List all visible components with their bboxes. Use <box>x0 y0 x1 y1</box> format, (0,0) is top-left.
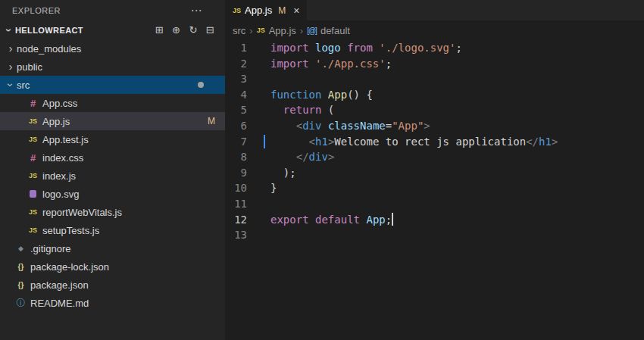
file-label: index.js <box>42 170 76 182</box>
file-label: reportWebVitals.js <box>42 207 122 218</box>
breadcrumb-item-app-js[interactable]: JSApp.js <box>257 25 296 36</box>
line-number: 3 <box>225 71 260 87</box>
line-number: 6 <box>225 118 260 134</box>
breadcrumb-item-src[interactable]: src <box>233 25 245 36</box>
js-file-icon: JS <box>27 136 39 143</box>
file-label: node_modules <box>17 43 81 55</box>
git-file-icon: ◆ <box>15 245 27 252</box>
file-label: App.css <box>42 98 77 109</box>
code-line-3[interactable]: 3 <box>225 71 644 87</box>
line-content: ); <box>260 165 296 181</box>
tree-item-app-css[interactable]: #App.css <box>0 94 225 112</box>
line-content: export default App; <box>260 212 393 228</box>
code-line-9[interactable]: 9 ); <box>225 165 644 181</box>
code-line-8[interactable]: 8 </div> <box>225 149 644 165</box>
refresh-icon[interactable]: ↻ <box>189 24 197 36</box>
line-content <box>260 196 270 212</box>
code-line-1[interactable]: 1import logo from './logo.svg'; <box>225 40 644 56</box>
explorer-sidebar: EXPLORER ⋯ › HELLOWREACT ⊞⊕↻⊟ ›node_modu… <box>0 0 225 340</box>
line-number: 5 <box>225 102 260 118</box>
new-folder-icon[interactable]: ⊕ <box>172 24 180 36</box>
file-label: .gitignore <box>30 243 70 254</box>
js-icon: JS <box>233 7 241 14</box>
breadcrumb-separator: › <box>249 25 252 36</box>
code-line-10[interactable]: 10} <box>225 180 644 196</box>
code-line-13[interactable]: 13 <box>225 227 644 243</box>
code-line-4[interactable]: 4function App() { <box>225 87 644 103</box>
code-line-2[interactable]: 2import './App.css'; <box>225 56 644 72</box>
tab-label: App.js <box>245 5 272 16</box>
json-file-icon: {} <box>15 263 27 271</box>
js-file-icon: JS <box>27 172 39 179</box>
json-file-icon: {} <box>15 281 27 289</box>
tree-item-src[interactable]: ›src <box>0 76 225 94</box>
tab-app-js[interactable]: JS App.js M × <box>225 0 307 20</box>
line-content: } <box>260 180 277 196</box>
js-file-icon: JS <box>27 208 39 216</box>
breadcrumb: src›JSApp.js›[@]default <box>225 20 644 40</box>
code-line-6[interactable]: 6 <div className="App"> <box>225 118 644 134</box>
code-editor[interactable]: 1import logo from './logo.svg';2import '… <box>225 40 644 340</box>
tree-item-setuptests-js[interactable]: JSsetupTests.js <box>0 221 225 239</box>
modified-badge: M <box>278 5 286 16</box>
line-content <box>260 71 270 87</box>
file-label: setupTests.js <box>42 225 99 236</box>
file-label: README.md <box>30 298 89 309</box>
tree-item-node-modules[interactable]: ›node_modules <box>0 39 225 58</box>
code-line-5[interactable]: 5 return ( <box>225 102 644 118</box>
close-icon[interactable]: × <box>293 5 299 17</box>
vscode-window: EXPLORER ⋯ › HELLOWREACT ⊞⊕↻⊟ ›node_modu… <box>0 0 644 340</box>
text-cursor <box>392 213 393 226</box>
file-label: public <box>17 61 42 73</box>
line-number: 2 <box>225 56 260 72</box>
line-number: 11 <box>225 196 260 212</box>
project-actions: ⊞⊕↻⊟ <box>155 24 214 36</box>
line-number: 12 <box>225 212 260 228</box>
line-content: import logo from './logo.svg'; <box>260 40 462 56</box>
gutter-cursor-bar <box>264 135 265 149</box>
modified-dot <box>198 82 204 88</box>
svg-file-icon <box>27 190 39 198</box>
line-content: </div> <box>260 149 334 165</box>
line-content <box>260 227 270 243</box>
js-icon: JS <box>257 27 265 34</box>
line-number: 9 <box>225 165 260 181</box>
new-file-icon[interactable]: ⊞ <box>155 24 164 36</box>
tree-item-package-lock-json[interactable]: {}package-lock.json <box>0 257 225 276</box>
file-label: App.test.js <box>42 134 89 145</box>
line-number: 4 <box>225 87 260 103</box>
project-header[interactable]: › HELLOWREACT ⊞⊕↻⊟ <box>0 20 225 39</box>
file-label: index.css <box>42 152 83 164</box>
line-number: 13 <box>225 227 260 243</box>
line-number: 1 <box>225 40 260 56</box>
tree-item-readme-md[interactable]: ⓘREADME.md <box>0 294 225 312</box>
line-number: 10 <box>225 180 260 196</box>
line-content: function App() { <box>260 87 373 103</box>
tree-item-public[interactable]: ›public <box>0 58 225 76</box>
tree-item-index-js[interactable]: JSindex.js <box>0 167 225 185</box>
explorer-title: EXPLORER <box>12 6 61 15</box>
editor-group: JS App.js M × src›JSApp.js›[@]default 1i… <box>225 0 644 340</box>
js-file-icon: JS <box>27 226 39 234</box>
breadcrumb-item-default[interactable]: [@]default <box>307 25 350 36</box>
tree-item-index-css[interactable]: #index.css <box>0 148 225 167</box>
tree-item-reportwebvitals-js[interactable]: JSreportWebVitals.js <box>0 203 225 221</box>
more-actions-icon[interactable]: ⋯ <box>191 4 203 17</box>
code-line-11[interactable]: 11 <box>225 196 644 212</box>
file-label: logo.svg <box>42 189 79 200</box>
collapse-all-icon[interactable]: ⊟ <box>206 24 214 36</box>
tree-item-app-test-js[interactable]: JSApp.test.js <box>0 130 225 148</box>
tree-item-app-js[interactable]: JSApp.jsM <box>0 112 225 130</box>
chevron-right-icon: › <box>5 42 17 55</box>
tree-item-logo-svg[interactable]: logo.svg <box>0 185 225 203</box>
line-number: 8 <box>225 149 260 165</box>
line-content: return ( <box>260 102 334 118</box>
git-modified-badge: M <box>208 116 215 126</box>
file-label: App.js <box>42 116 70 127</box>
tree-item-package-json[interactable]: {}package.json <box>0 276 225 294</box>
tree-item--gitignore[interactable]: ◆.gitignore <box>0 239 225 257</box>
code-line-7[interactable]: 7 <h1>Welcome to rect js application</h1… <box>225 134 644 150</box>
code-line-12[interactable]: 12export default App; <box>225 212 644 228</box>
breadcrumb-separator: › <box>300 25 303 36</box>
explorer-header: EXPLORER ⋯ <box>0 0 225 20</box>
